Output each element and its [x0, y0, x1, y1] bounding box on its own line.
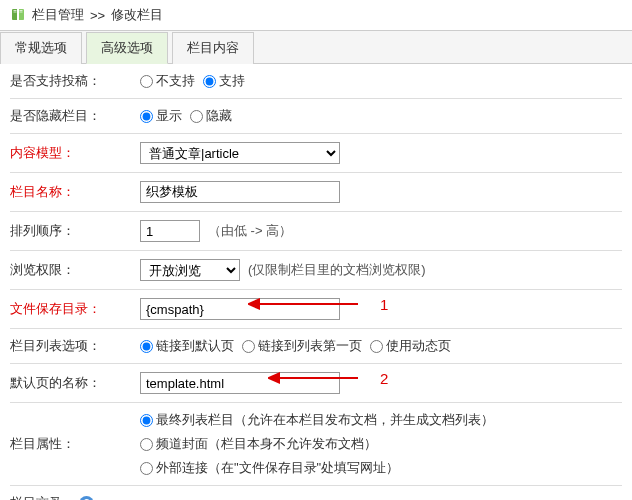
label-browse: 浏览权限：	[10, 261, 140, 279]
input-defpage[interactable]	[140, 372, 340, 394]
input-savedir[interactable]	[140, 298, 340, 320]
annotation-num-1: 1	[380, 296, 388, 313]
label-colprop: 栏目属性：	[10, 435, 140, 453]
book-icon	[10, 7, 26, 23]
radio-listopt-0[interactable]: 链接到默认页	[140, 337, 234, 355]
radio-colprop-1[interactable]: 频道封面（栏目本身不允许发布文档）	[140, 435, 377, 453]
radio-listopt-2[interactable]: 使用动态页	[370, 337, 451, 355]
help-icon[interactable]: ?	[79, 496, 94, 501]
label-defpage: 默认页的名称：	[10, 374, 140, 392]
breadcrumb-title: 栏目管理	[32, 6, 84, 24]
radio-listopt-1[interactable]: 链接到列表第一页	[242, 337, 362, 355]
form-body: 是否支持投稿： 不支持 支持 是否隐藏栏目： 显示 隐藏 内容模型： 普通文章|…	[0, 64, 632, 500]
label-cross: 栏目交叉：? 仅适用[最终列表栏目]	[10, 494, 140, 500]
label-hidden: 是否隐藏栏目：	[10, 107, 140, 125]
label-submit: 是否支持投稿：	[10, 72, 140, 90]
tab-advanced[interactable]: 高级选项	[86, 32, 168, 64]
tab-content[interactable]: 栏目内容	[172, 32, 254, 64]
radio-colprop-0[interactable]: 最终列表栏目（允许在本栏目发布文档，并生成文档列表）	[140, 411, 494, 429]
select-browse[interactable]: 开放浏览	[140, 259, 240, 281]
radio-colprop-2[interactable]: 外部连接（在"文件保存目录"处填写网址）	[140, 459, 399, 477]
label-model: 内容模型：	[10, 144, 140, 162]
annotation-num-2: 2	[380, 370, 388, 387]
radio-hidden-hide[interactable]: 隐藏	[190, 107, 232, 125]
breadcrumb-current: 修改栏目	[111, 6, 163, 24]
select-model[interactable]: 普通文章|article	[140, 142, 340, 164]
breadcrumb-sep: >>	[90, 8, 105, 23]
radio-hidden-show[interactable]: 显示	[140, 107, 182, 125]
label-savedir: 文件保存目录：	[10, 300, 140, 318]
hint-browse: (仅限制栏目里的文档浏览权限)	[248, 261, 426, 279]
tab-general[interactable]: 常规选项	[0, 32, 82, 64]
input-order[interactable]	[140, 220, 200, 242]
radio-submit-no[interactable]: 不支持	[140, 72, 195, 90]
breadcrumb: 栏目管理 >> 修改栏目	[0, 0, 632, 31]
tab-bar: 常规选项 高级选项 栏目内容	[0, 31, 632, 64]
label-colname: 栏目名称：	[10, 183, 140, 201]
label-order: 排列顺序：	[10, 222, 140, 240]
input-colname[interactable]	[140, 181, 340, 203]
hint-order: （由低 -> 高）	[208, 222, 292, 240]
label-listopt: 栏目列表选项：	[10, 337, 140, 355]
radio-submit-yes[interactable]: 支持	[203, 72, 245, 90]
